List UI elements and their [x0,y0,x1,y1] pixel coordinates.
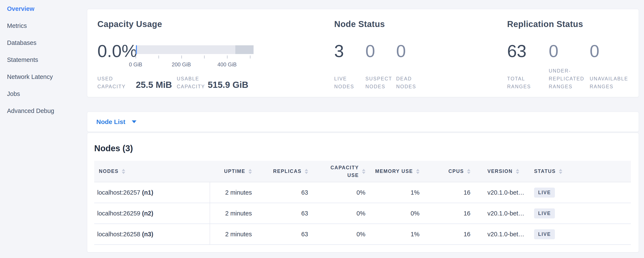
sort-icon [362,169,366,174]
column-header-version[interactable]: VERSION [476,161,532,182]
usable-capacity-label: USABLE CAPACITY [177,75,205,91]
sort-icon [516,169,519,174]
version-cell: v20.1.0-bet… [476,224,532,245]
capacity-gauge-bar [136,45,254,54]
axis-tick [182,56,182,59]
node-address-link[interactable]: localhost:26259 (n2) [97,210,153,217]
capacity-usage-title: Capacity Usage [98,19,162,29]
node-address-link[interactable]: localhost:26258 (n3) [97,231,153,237]
live-nodes-label: LIVE NODES [334,75,354,91]
version-cell: v20.1.0-bet… [476,182,532,203]
status-badge: LIVE [534,208,555,218]
column-header-uptime[interactable]: UPTIME [210,161,257,182]
live-nodes-label-line: LIVE [334,75,354,83]
capacity-gauge-other-segment [235,45,254,54]
version-cell: v20.1.0-bet… [476,203,532,224]
node-address-link[interactable]: localhost:26257 (n1) [97,189,153,196]
axis-label: 0 GiB [129,61,142,68]
capacity-use-cell: 0% [313,182,370,203]
column-header-memory-use[interactable]: MEMORY USE [370,161,424,182]
column-header-capacity-use[interactable]: CAPACITY USE [313,161,370,182]
node-name: (n3) [142,231,153,237]
capacity-gauge-used-tick [136,45,137,54]
usable-capacity-label-line: CAPACITY [177,83,205,91]
sort-icon [305,169,308,174]
column-header-label: CAPACITY USE [325,164,359,179]
node-list-dropdown-label: Node List [96,118,126,125]
node-address: localhost:26259 [97,210,140,217]
column-header-status[interactable]: STATUS [532,161,631,182]
nodes-table-card: Nodes (3) NODES UPTIME REPLICAS CAPACITY… [87,133,639,252]
column-header-label: NODES [99,169,118,174]
replicas-cell: 63 [257,224,313,245]
uptime-cell: 2 minutes [210,224,257,245]
axis-tick [204,56,204,59]
sidebar-item-metrics[interactable]: Metrics [7,17,84,34]
table-row[interactable]: localhost:26259 (n2) 2 minutes 63 0% 0% … [94,203,631,224]
table-row[interactable]: localhost:26258 (n3) 2 minutes 63 0% 1% … [94,224,631,245]
capacity-use-cell: 0% [313,203,370,224]
table-column-divider [210,182,210,245]
column-header-replicas[interactable]: REPLICAS [257,161,313,182]
status-badge: LIVE [534,229,555,239]
node-list-dropdown-card: Node List [87,112,639,132]
sort-icon [559,169,562,174]
cpus-cell: 16 [424,224,476,245]
uptime-cell: 2 minutes [210,182,257,203]
replication-status-title: Replication Status [507,19,583,29]
memory-use-cell: 1% [370,224,424,245]
memory-use-cell: 0% [370,203,424,224]
axis-tick [227,56,228,59]
node-name: (n2) [142,210,153,217]
usable-capacity-value: 515.9 GiB [208,80,248,90]
unavailable-ranges-label: UNAVAILABLE RANGES [590,75,628,91]
table-row[interactable]: localhost:26257 (n1) 2 minutes 63 0% 1% … [94,182,631,203]
node-status-title: Node Status [334,19,385,29]
node-list-dropdown[interactable]: Node List [96,112,136,132]
axis-tick [158,56,159,59]
sidebar-item-network-latency[interactable]: Network Latency [7,68,84,85]
node-address: localhost:26257 [97,189,140,196]
dead-nodes-count: 0 [396,42,406,60]
nodes-table-title: Nodes (3) [94,144,133,153]
sidebar-item-jobs[interactable]: Jobs [7,85,84,102]
column-header-nodes[interactable]: NODES [94,161,210,182]
under-replicated-ranges-label-line: REPLICATED [549,75,584,83]
usable-capacity-label-line: USABLE [177,75,205,83]
memory-use-cell: 1% [370,182,424,203]
used-capacity-label-line: CAPACITY [98,83,126,91]
nodes-table: NODES UPTIME REPLICAS CAPACITY USE MEMOR… [94,161,631,245]
axis-label: 400 GiB [218,61,236,68]
dead-nodes-label-line: NODES [396,83,416,91]
total-ranges-label-line: TOTAL [507,75,531,83]
sidebar-item-overview[interactable]: Overview [7,0,84,17]
uptime-cell: 2 minutes [210,203,257,224]
cluster-summary-card: Capacity Usage 0.0% 0 GiB 200 GiB 400 Gi… [87,9,639,97]
capacity-used-percent: 0.0% [98,42,137,60]
axis-tick [136,56,136,59]
capacity-use-cell: 0% [313,224,370,245]
under-replicated-ranges-label: UNDER- REPLICATED RANGES [549,67,584,91]
under-replicated-ranges-label-line: RANGES [549,83,584,91]
sidebar-item-databases[interactable]: Databases [7,34,84,51]
cpus-cell: 16 [424,203,476,224]
column-header-label: STATUS [534,169,556,174]
total-ranges-count: 63 [507,42,526,60]
table-header-row: NODES UPTIME REPLICAS CAPACITY USE MEMOR… [94,161,631,182]
sort-icon [122,169,125,174]
axis-label: 200 GiB [172,61,191,68]
sidebar-item-advanced-debug[interactable]: Advanced Debug [7,102,84,119]
capacity-gauge-axis-labels: 0 GiB 200 GiB 400 GiB [136,61,254,68]
used-capacity-value: 25.5 MiB [136,80,172,90]
suspect-nodes-count: 0 [366,42,375,60]
sort-icon [416,169,420,174]
live-nodes-count: 3 [334,42,344,60]
node-address: localhost:26258 [97,231,140,237]
column-header-cpus[interactable]: CPUS [424,161,476,182]
status-badge: LIVE [534,188,555,198]
unavailable-ranges-label-line: UNAVAILABLE [590,75,628,83]
total-ranges-label: TOTAL RANGES [507,75,531,91]
sidebar-item-statements[interactable]: Statements [7,51,84,68]
cpus-cell: 16 [424,182,476,203]
unavailable-ranges-count: 0 [590,42,600,60]
